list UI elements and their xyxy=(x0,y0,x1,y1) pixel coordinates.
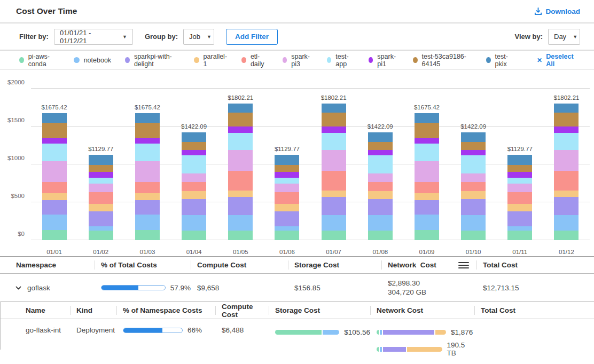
bar-segment-parallel-1[interactable] xyxy=(89,204,113,211)
bar-segment-parallel-1[interactable] xyxy=(415,193,439,200)
bar-segment-test-pkix[interactable] xyxy=(322,104,346,113)
bar-segment-test-pkix[interactable] xyxy=(89,155,113,165)
bar-segment-spark-pi1[interactable] xyxy=(554,126,579,133)
bar-segment-test-pkix[interactable] xyxy=(275,155,299,165)
bar-segment-parallel-1[interactable] xyxy=(507,204,532,211)
bar-segment-parallel-1[interactable] xyxy=(322,191,346,197)
bar-segment-test-app[interactable] xyxy=(42,144,67,161)
legend-item-test-pkix[interactable]: test-pkix xyxy=(486,53,514,68)
bar-segment-test-app[interactable] xyxy=(228,133,253,150)
bar-segment-test-pkix[interactable] xyxy=(135,113,160,123)
legend-item-spark-pi1[interactable]: spark-pi1 xyxy=(369,53,399,68)
bar-segment-test-app[interactable] xyxy=(368,155,393,173)
bar-segment-test-53ca9186-64145[interactable] xyxy=(507,165,532,171)
bar-segment-test-53ca9186-64145[interactable] xyxy=(275,165,299,171)
bar-segment-parallel-1[interactable] xyxy=(228,191,253,197)
bar-segment-test-app[interactable] xyxy=(89,178,113,184)
chart-bar-01/12[interactable] xyxy=(554,104,579,240)
bar-segment-test-app[interactable] xyxy=(415,144,439,161)
bar-segment-pi-aws-conda[interactable] xyxy=(135,230,160,240)
date-range-select[interactable]: 01/01/21 - 01/12/21 ▼ xyxy=(54,29,133,45)
bar-segment-spark-pi3[interactable] xyxy=(554,150,579,170)
bar-segment-pi-aws-conda[interactable] xyxy=(461,231,486,240)
view-by-select[interactable]: Day ▼ xyxy=(548,29,580,45)
bar-segment-sparkpi-with-delight[interactable] xyxy=(461,199,486,215)
bar-segment-spark-pi3[interactable] xyxy=(275,184,299,193)
bar-segment-pi-aws-conda[interactable] xyxy=(89,231,113,240)
bar-segment-test-app[interactable] xyxy=(182,155,206,173)
bar-segment-sparkpi-with-delight[interactable] xyxy=(507,211,532,226)
bar-segment-pi-aws-conda[interactable] xyxy=(228,231,253,240)
bar-segment-spark-pi1[interactable] xyxy=(461,150,486,155)
bar-segment-pi-aws-conda[interactable] xyxy=(322,231,346,240)
bar-segment-etl-daily[interactable] xyxy=(135,182,160,193)
bar-segment-notebook[interactable] xyxy=(89,226,113,231)
bar-segment-spark-pi3[interactable] xyxy=(507,184,532,193)
bar-segment-pi-aws-conda[interactable] xyxy=(368,231,393,240)
bar-segment-etl-daily[interactable] xyxy=(507,192,532,204)
bar-segment-pi-aws-conda[interactable] xyxy=(275,231,299,240)
bar-segment-etl-daily[interactable] xyxy=(322,171,346,191)
legend-item-test-app[interactable]: test-app xyxy=(327,53,355,68)
bar-segment-test-pkix[interactable] xyxy=(507,155,532,165)
download-button[interactable]: Download xyxy=(534,7,581,15)
bar-segment-sparkpi-with-delight[interactable] xyxy=(42,200,67,215)
bar-segment-parallel-1[interactable] xyxy=(368,191,393,199)
bar-segment-spark-pi3[interactable] xyxy=(135,161,160,182)
bar-segment-test-pkix[interactable] xyxy=(554,104,579,113)
bar-segment-spark-pi1[interactable] xyxy=(228,126,253,133)
bar-segment-spark-pi3[interactable] xyxy=(228,150,253,170)
bar-segment-test-app[interactable] xyxy=(275,178,299,184)
legend-item-parallel-1[interactable]: parallel-1 xyxy=(194,53,228,68)
bar-segment-notebook[interactable] xyxy=(135,215,160,230)
column-menu-icon[interactable] xyxy=(458,262,469,268)
bar-segment-test-app[interactable] xyxy=(135,144,160,161)
bar-segment-parallel-1[interactable] xyxy=(135,193,160,200)
bar-segment-spark-pi1[interactable] xyxy=(368,150,393,155)
group-by-select[interactable]: Job ▼ xyxy=(183,29,214,45)
chart-bar-01/10[interactable] xyxy=(461,132,486,240)
bar-segment-spark-pi1[interactable] xyxy=(135,138,160,144)
chart-bar-01/11[interactable] xyxy=(507,155,532,240)
chart-bar-01/09[interactable] xyxy=(415,113,439,240)
bar-segment-test-53ca9186-64145[interactable] xyxy=(182,142,206,150)
bar-segment-parallel-1[interactable] xyxy=(182,191,206,199)
bar-segment-etl-daily[interactable] xyxy=(368,182,393,191)
bar-segment-etl-daily[interactable] xyxy=(275,192,299,204)
bar-segment-notebook[interactable] xyxy=(275,226,299,231)
bar-segment-sparkpi-with-delight[interactable] xyxy=(415,200,439,215)
bar-segment-sparkpi-with-delight[interactable] xyxy=(368,199,393,215)
bar-segment-test-pkix[interactable] xyxy=(42,113,67,123)
bar-segment-spark-pi1[interactable] xyxy=(42,138,67,144)
bar-segment-notebook[interactable] xyxy=(507,226,532,231)
chart-bar-01/05[interactable] xyxy=(228,104,253,240)
bar-segment-test-53ca9186-64145[interactable] xyxy=(554,113,579,126)
bar-segment-etl-daily[interactable] xyxy=(42,182,67,193)
bar-segment-spark-pi1[interactable] xyxy=(507,172,532,178)
legend-item-sparkpi-with-delight[interactable]: sparkpi-with-delight xyxy=(125,53,180,68)
bar-segment-test-pkix[interactable] xyxy=(415,113,439,123)
bar-segment-test-53ca9186-64145[interactable] xyxy=(89,165,113,171)
namespace-expander[interactable]: goflask xyxy=(0,284,95,292)
bar-segment-test-pkix[interactable] xyxy=(461,132,486,142)
bar-segment-spark-pi3[interactable] xyxy=(182,173,206,182)
chart-bar-01/08[interactable] xyxy=(368,132,393,240)
bar-segment-spark-pi1[interactable] xyxy=(89,172,113,178)
bar-segment-sparkpi-with-delight[interactable] xyxy=(135,200,160,215)
chart-bar-01/07[interactable] xyxy=(322,104,346,240)
bar-segment-test-53ca9186-64145[interactable] xyxy=(322,113,346,126)
bar-segment-etl-daily[interactable] xyxy=(89,192,113,204)
chart-bar-01/03[interactable] xyxy=(135,113,160,240)
chart-bar-01/04[interactable] xyxy=(182,132,206,240)
deselect-all-button[interactable]: ✕ Deselect All xyxy=(537,53,575,68)
chart-bar-01/06[interactable] xyxy=(275,155,299,240)
bar-segment-notebook[interactable] xyxy=(42,215,67,230)
bar-segment-sparkpi-with-delight[interactable] xyxy=(182,199,206,215)
bar-segment-spark-pi1[interactable] xyxy=(275,172,299,178)
bar-segment-parallel-1[interactable] xyxy=(275,204,299,211)
bar-segment-test-app[interactable] xyxy=(461,155,486,173)
bar-segment-notebook[interactable] xyxy=(182,215,206,231)
chart-bar-01/01[interactable] xyxy=(42,113,67,240)
bar-segment-etl-daily[interactable] xyxy=(228,171,253,191)
bar-segment-spark-pi3[interactable] xyxy=(42,161,67,182)
